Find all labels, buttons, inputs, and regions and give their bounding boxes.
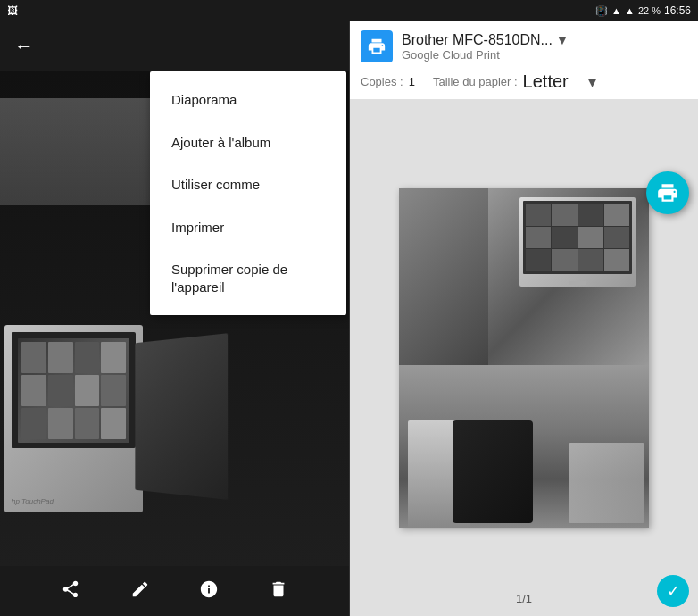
vibrate-icon: 📳 <box>595 5 608 17</box>
print-header: Brother MFC-8510DN... ▼ Google Cloud Pri… <box>350 21 698 100</box>
printer-icon-wrap <box>361 30 393 62</box>
menu-item-imprimer[interactable]: Imprimer <box>150 206 346 249</box>
time-display: 16:56 <box>664 4 691 17</box>
menu-item-supprimer-copie[interactable]: Supprimer copie de l'appareil <box>150 248 346 308</box>
edit-button[interactable] <box>130 579 150 604</box>
bottom-toolbar <box>0 566 349 616</box>
copies-value: 1 <box>409 75 415 88</box>
paper-size-value: Letter <box>523 71 569 92</box>
delete-button[interactable] <box>269 579 288 604</box>
copies-option: Copies : 1 <box>361 75 415 88</box>
signal-icon: ▲ <box>625 5 635 16</box>
printer-name-text: Brother MFC-8510DN... <box>402 32 553 48</box>
share-button[interactable] <box>61 579 80 604</box>
printer-row: Brother MFC-8510DN... ▼ Google Cloud Pri… <box>361 30 687 62</box>
wifi-icon: ▲ <box>611 5 621 16</box>
print-options-row: Copies : 1 Taille du papier : Letter ▾ <box>361 66 687 99</box>
expand-options-arrow[interactable]: ▾ <box>588 72 596 92</box>
printer-icon <box>367 37 386 56</box>
status-bar-left: 🖼 <box>7 4 18 17</box>
printer-info: Brother MFC-8510DN... ▼ Google Cloud Pri… <box>402 32 687 62</box>
printer-name-row: Brother MFC-8510DN... ▼ <box>402 32 687 48</box>
back-button[interactable]: ← <box>14 35 34 58</box>
gallery-icon: 🖼 <box>7 4 18 17</box>
check-fab-button[interactable]: ✓ <box>657 575 689 607</box>
preview-photo-bottom <box>399 365 649 528</box>
page-indicator: 1/1 <box>516 592 532 605</box>
menu-item-diaporama[interactable]: Diaporama <box>150 79 346 121</box>
main-content: ← <box>0 21 698 616</box>
battery-percent: 22 % <box>638 5 661 16</box>
preview-paper <box>399 188 649 528</box>
context-menu: Diaporama Ajouter à l'album Utiliser com… <box>150 71 346 315</box>
menu-item-ajouter-album[interactable]: Ajouter à l'album <box>150 121 346 164</box>
menu-item-utiliser-comme[interactable]: Utiliser comme <box>150 163 346 206</box>
info-button[interactable] <box>199 579 219 604</box>
status-bar-right: 📳 ▲ ▲ 22 % 16:56 <box>595 4 691 17</box>
status-bar: 🖼 📳 ▲ ▲ 22 % 16:56 <box>0 0 698 21</box>
top-bar-left: ← <box>0 21 349 71</box>
check-icon: ✓ <box>667 581 680 601</box>
printer-dropdown-arrow[interactable]: ▼ <box>556 33 569 47</box>
print-preview-area: 1/1 ✓ <box>350 100 698 616</box>
print-fab-button[interactable] <box>646 171 689 214</box>
preview-photo-top <box>399 188 649 365</box>
copies-label: Copies : <box>361 75 403 88</box>
left-panel: ← <box>0 21 349 616</box>
print-fab-icon <box>656 181 679 204</box>
paper-size-label: Taille du papier : <box>433 75 518 88</box>
printer-service-text: Google Cloud Print <box>402 48 687 62</box>
right-panel-inner: 1/1 ✓ <box>350 100 698 616</box>
right-panel: Brother MFC-8510DN... ▼ Google Cloud Pri… <box>349 21 698 616</box>
photo-area: hp TouchPad Diaporama Ajouter à l'album … <box>0 71 349 566</box>
paper-size-option: Taille du papier : Letter <box>433 71 569 92</box>
